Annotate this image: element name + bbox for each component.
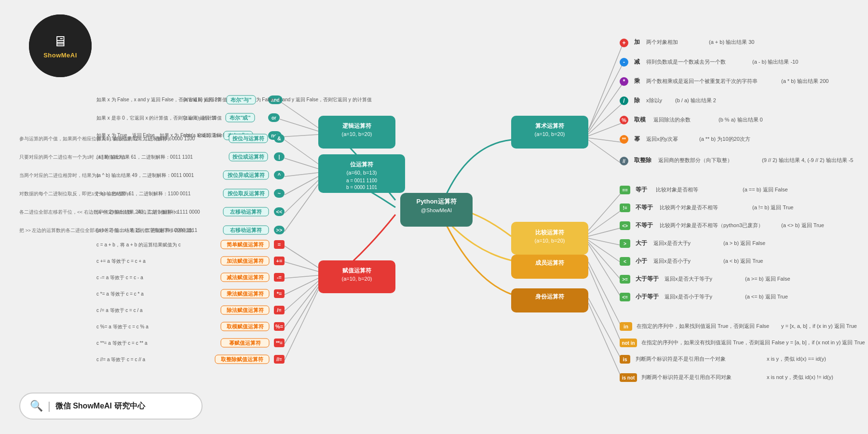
- search-icon: 🔍: [30, 400, 43, 412]
- svg-text://: //: [623, 159, 625, 164]
- op-pow-desc: 返回x的y次幂: [646, 136, 678, 142]
- svg-text:**=: **=: [276, 340, 283, 346]
- search-label: 微信 ShowMeAI 研究中心: [55, 401, 145, 411]
- svg-text:*: *: [623, 78, 625, 85]
- svg-text:>: >: [624, 241, 626, 246]
- svg-text:**: **: [622, 137, 626, 142]
- bitwise-title-4: b = 0000 1101: [346, 185, 378, 190]
- svg-text:%=: %=: [275, 324, 283, 329]
- svg-text:加法赋值运算符: 加法赋值运算符: [226, 258, 264, 264]
- svg-text:not in: not in: [622, 340, 635, 346]
- svg-text:!=: !=: [623, 205, 627, 211]
- svg-line-21: [588, 192, 622, 231]
- op-add-label: 加: [634, 39, 640, 45]
- op-div-label: 除: [634, 97, 640, 104]
- search-divider: |: [48, 400, 51, 412]
- svg-text:比较对象是否相等: 比较对象是否相等: [656, 187, 698, 192]
- svg-line-155: [285, 290, 318, 360]
- svg-line-107: [285, 158, 318, 169]
- svg-text:按位异或运算符: 按位异或运算符: [227, 172, 265, 178]
- svg-text:(a == b) 返回 False: (a == b) 返回 False: [743, 187, 788, 192]
- svg-text:在指定的序列中，如果没有找到值返回 True，否则返回 Fa: 在指定的序列中，如果没有找到值返回 True，否则返回 False: [641, 339, 785, 345]
- svg-line-74: [588, 303, 622, 379]
- svg-text:c *= a 等效于 c = c * a: c *= a 等效于 c = c * a: [96, 291, 144, 297]
- svg-text:取模赋值运算符: 取模赋值运算符: [227, 324, 264, 329]
- svg-line-151: [285, 278, 318, 295]
- op-mul-example: (a * b) 输出结果 200: [781, 78, 828, 84]
- svg-line-73: [588, 298, 622, 361]
- assign-title-2: (a=10, b=20): [342, 276, 372, 282]
- svg-text:(a ^ b) 输出结果 49，二进制解释：0011 000: (a ^ b) 输出结果 49，二进制解释：0011 0001: [96, 173, 194, 178]
- assign-title-1: 赋值运算符: [342, 267, 372, 274]
- logo-monitor-icon: 🖥: [53, 33, 68, 50]
- svg-line-0: [588, 46, 622, 130]
- svg-text:右移动运算符: 右移动运算符: [230, 227, 262, 233]
- svg-text:c %= a 等效于 c = c % a: c %= a 等效于 c = c % a: [96, 324, 149, 329]
- svg-text:在指定的序列中，如果找到值返回 True，否则返回 Fals: 在指定的序列中，如果找到值返回 True，否则返回 False: [637, 323, 769, 329]
- svg-text:(a >= b) 返回 False: (a >= b) 返回 False: [745, 276, 790, 282]
- svg-text:当两个对应的二进位相异时，结果为1: 当两个对应的二进位相异时，结果为1: [19, 173, 99, 178]
- svg-text:c -= a 等效于 c = c - a: c -= a 等效于 c = c - a: [96, 275, 143, 280]
- svg-text:-: -: [623, 59, 625, 66]
- svg-text:-=: -=: [277, 274, 282, 280]
- op-div-desc: x除以y: [646, 97, 663, 103]
- svg-line-153: [285, 284, 318, 327]
- svg-text:*=: *=: [277, 291, 282, 297]
- bitwise-title-2: (a=60, b=13): [347, 170, 377, 176]
- svg-text:^: ^: [278, 172, 281, 178]
- op-sub-label: 减: [634, 58, 640, 65]
- svg-text:取整除赋值运算符: 取整除赋值运算符: [221, 356, 264, 362]
- svg-text:>>: >>: [276, 227, 283, 233]
- identity-title: 身份运算符: [535, 293, 565, 300]
- svg-text:返回x是否小于等于y: 返回x是否小于等于y: [665, 294, 713, 299]
- svg-text:(a <= b) 返回 True: (a <= b) 返回 True: [745, 294, 788, 299]
- svg-text:c = a + b，将 a + b 的运算结果赋值为 c: c = a + b，将 a + b 的运算结果赋值为 c: [96, 242, 181, 247]
- svg-text:is: is: [623, 356, 627, 362]
- svg-text:除法赋值运算符: 除法赋值运算符: [227, 307, 264, 313]
- svg-text:>=: >=: [622, 277, 628, 282]
- bitwise-title-3: a = 0011 1100: [346, 178, 378, 183]
- logo-text-show: ShowMe: [43, 52, 70, 59]
- svg-line-85: [280, 135, 318, 137]
- op-mul-label: 乘: [634, 78, 640, 84]
- svg-text:%: %: [622, 117, 626, 123]
- svg-text:x is not y，类似 id(x) != id(y): x is not y，类似 id(x) != id(y): [767, 374, 833, 380]
- svg-text:c += a 等效于 c = c + a: c += a 等效于 c = c + a: [96, 258, 146, 264]
- svg-line-23: [588, 228, 622, 236]
- op-floordiv-label: 取整除: [634, 157, 652, 163]
- logo-text-ai: AI: [70, 52, 77, 59]
- svg-text:==: ==: [622, 188, 628, 193]
- bitwise-title-1: 位运算符: [350, 161, 374, 168]
- svg-text:左移动运算符: 左移动运算符: [230, 209, 262, 215]
- svg-text:c **= a 等效于 c = c ** a: c **= a 等效于 c = c ** a: [96, 340, 148, 346]
- svg-text:(a > b) 返回 False: (a > b) 返回 False: [723, 240, 765, 246]
- svg-text:返回x是否小于y: 返回x是否小于y: [653, 258, 691, 264]
- svg-text:+: +: [622, 40, 625, 46]
- svg-text:大于等于: 大于等于: [635, 275, 659, 282]
- svg-text:各二进位全部左移若干位，<< 右边数字指定移动位数，高位丢弃: 各二进位全部左移若干位，<< 右边数字指定移动位数，高位丢弃，低位补0: [19, 209, 178, 215]
- compare-title-2: (a=10, b=20): [535, 238, 565, 244]
- member-title: 成员运算符: [535, 259, 565, 266]
- svg-text:小于: 小于: [635, 258, 648, 264]
- svg-text:参与运算的两个值，如果两个相应位都为1，则该位的结果为1，否: 参与运算的两个值，如果两个相应位都为1，则该位的结果为1，否则为0: [19, 136, 172, 141]
- svg-text:c //= a 等效于 c = c // a: c //= a 等效于 c = c // a: [96, 357, 146, 362]
- mind-map: Python运算符 @ShowMeAI 算术运算符 (a=10, b=20) +…: [0, 0, 868, 434]
- svg-text:判断两个标识符是不是引用自不同对象: 判断两个标识符是不是引用自不同对象: [641, 374, 732, 380]
- svg-text:(a <> b) 返回 True: (a <> b) 返回 True: [781, 222, 824, 228]
- svg-line-148: [285, 246, 318, 268]
- svg-text:in: in: [624, 324, 628, 329]
- op-add-desc: 两个对象相加: [646, 39, 678, 45]
- svg-text:对数据的每个二进制位取反，即把1变为0，把0变为1: 对数据的每个二进制位取反，即把1变为0，把0变为1: [19, 191, 131, 196]
- svg-text:~: ~: [278, 190, 281, 196]
- svg-text:不等于: 不等于: [635, 204, 653, 211]
- svg-line-22: [588, 210, 622, 234]
- search-bar[interactable]: 🔍 | 微信 ShowMeAI 研究中心: [19, 393, 203, 420]
- svg-line-24: [588, 238, 622, 245]
- svg-line-106: [285, 140, 318, 164]
- svg-line-150: [285, 275, 318, 278]
- svg-text:按位或运算符: 按位或运算符: [232, 154, 265, 160]
- svg-text:|: |: [278, 154, 280, 160]
- identity-node: [511, 288, 588, 312]
- svg-line-1: [588, 65, 622, 130]
- op-mul-desc: 两个数相乘或是返回一个被重复若干次的字符串: [646, 78, 758, 84]
